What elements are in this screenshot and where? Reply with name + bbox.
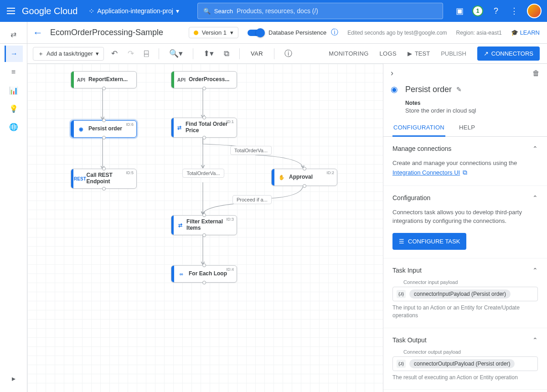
edge-condition-label[interactable]: Proceed if a...: [232, 195, 272, 204]
logo-text: Google Cloud: [22, 6, 77, 16]
search-input[interactable]: [237, 7, 437, 15]
details-info-icon[interactable]: ⓘ: [282, 46, 295, 61]
project-name: Application-integration-proj: [97, 7, 173, 15]
section-task-input: Task Input ⌃ Connector input payload {J}…: [383, 258, 547, 328]
redo-icon[interactable]: ↷: [125, 47, 137, 60]
edge-condition-label[interactable]: TotalOrderVa...: [230, 146, 272, 155]
dropdown-icon: ▾: [176, 7, 179, 15]
hamburger-menu-icon[interactable]: [5, 5, 16, 16]
variables-tab[interactable]: VAR: [247, 50, 267, 57]
dropdown-icon: ▾: [96, 50, 99, 57]
node-find-total-order-price[interactable]: ⇄ Find Total Order Price ID:1: [171, 118, 237, 138]
section-header[interactable]: Task Input ⌃: [392, 267, 538, 274]
user-avatar[interactable]: [527, 4, 542, 18]
section-title: Task Input: [392, 267, 422, 274]
search-icon: 🔍: [203, 8, 211, 15]
google-cloud-logo[interactable]: Google Cloud: [22, 6, 77, 16]
node-persist-order[interactable]: ◉ Persist order ID:6: [71, 120, 137, 138]
variable-chip[interactable]: connectorInputPayload (Persist order): [409, 289, 511, 299]
tab-configuration[interactable]: CONFIGURATION: [392, 119, 445, 137]
configure-task-button[interactable]: ☰ CONFIGURE TASK: [392, 233, 466, 250]
publish-button[interactable]: PUBLISH: [441, 50, 466, 57]
rail-keys-icon[interactable]: 💡: [5, 100, 23, 117]
tab-help[interactable]: HELP: [458, 119, 476, 136]
section-title: Task Output: [392, 336, 427, 344]
node-label: Persist order: [88, 126, 122, 132]
section-header[interactable]: Configuration ⌃: [392, 194, 538, 201]
section-header[interactable]: Task Output ⌃: [392, 336, 538, 344]
section-manage-connections: Manage connections ⌃ Create and manage y…: [383, 137, 547, 186]
notes-label: Notes: [405, 100, 538, 106]
node-call-rest-endpoint[interactable]: REST Call REST Endpoint ID:5: [71, 169, 137, 189]
node-id: ID:4: [226, 267, 234, 272]
chevron-up-icon: ⌃: [532, 194, 538, 201]
layout-icon[interactable]: ⌸: [141, 47, 151, 60]
zoom-icon[interactable]: 🔍▾: [166, 47, 186, 60]
approval-icon: ✋: [274, 175, 289, 181]
undo-icon[interactable]: ↶: [108, 47, 120, 60]
rail-analytics-icon[interactable]: 📊: [5, 82, 23, 98]
upload-icon[interactable]: ⬆▾: [201, 47, 217, 60]
canvas[interactable]: API ReportExtern... API OrderProcess... …: [27, 64, 383, 392]
notifications-badge[interactable]: 1: [472, 5, 483, 16]
loop-icon: ∞: [174, 271, 189, 277]
search-label: Search: [214, 8, 233, 15]
persistence-toggle[interactable]: [248, 30, 264, 36]
node-report-extern-trigger[interactable]: API ReportExtern...: [71, 71, 137, 88]
page-title: EcomOrderProcessing-Sample: [50, 28, 163, 37]
field-help: The input to an Action or an Entity for …: [392, 304, 538, 320]
edit-title-icon[interactable]: ✎: [456, 86, 462, 93]
help-icon[interactable]: ?: [490, 5, 501, 16]
rail-list-icon[interactable]: ≡: [5, 64, 23, 80]
dropdown-icon: ▾: [230, 29, 233, 36]
chevron-up-icon: ⌃: [532, 336, 538, 344]
rail-designer-icon[interactable]: →: [5, 46, 23, 62]
section-header[interactable]: Manage connections ⌃: [392, 145, 538, 152]
node-label: Find Total Order Price: [186, 121, 232, 134]
rail-globe-icon[interactable]: 🌐: [5, 119, 23, 135]
version-selector[interactable]: Version 1 ▾: [189, 27, 238, 38]
node-approval[interactable]: ✋ Approval ID:2: [271, 169, 337, 186]
datamap-icon: ⇄: [174, 125, 186, 131]
node-id: ID:3: [226, 217, 234, 222]
node-order-process-trigger[interactable]: API OrderProcess...: [171, 71, 237, 88]
monitoring-tab[interactable]: MONITORING: [329, 50, 368, 57]
input-payload-field[interactable]: {J} connectorInputPayload (Persist order…: [392, 287, 538, 301]
section-configuration: Configuration ⌃ Connectors task allows y…: [383, 186, 547, 259]
collapse-panel-icon[interactable]: ›: [391, 68, 393, 78]
rail-integration-icon[interactable]: ⇄: [5, 26, 23, 43]
node-filter-external-items[interactable]: ⇄ Filter External Items ID:3: [171, 215, 237, 235]
edge-condition-label[interactable]: TotalOrderVa...: [182, 169, 224, 178]
section-desc: Connectors task allows you to develop th…: [392, 209, 522, 225]
search-box[interactable]: 🔍 Search: [197, 3, 443, 19]
info-icon[interactable]: ⓘ: [331, 28, 338, 37]
back-arrow-icon[interactable]: ←: [33, 27, 43, 39]
api-icon: API: [74, 77, 88, 83]
top-header: Google Cloud ⁘ Application-integration-p…: [0, 0, 547, 22]
copy-icon[interactable]: ⧉: [221, 47, 232, 60]
node-label: Approval: [289, 174, 313, 181]
more-menu-icon[interactable]: ⋮: [509, 5, 520, 16]
rail-collapse-icon[interactable]: ▸: [5, 370, 23, 387]
section-desc: Create and manage your connections using…: [392, 160, 517, 166]
node-label: Filter External Items: [186, 219, 232, 232]
variable-chip[interactable]: connectorOutputPayload (Persist order): [409, 359, 515, 368]
test-button[interactable]: ▶ TEST: [408, 50, 430, 57]
learn-link[interactable]: 🎓 LEARN: [511, 29, 540, 36]
field-help: The result of executing an Action or Ent…: [392, 374, 538, 382]
add-task-button[interactable]: ＋ Add a task/trigger ▾: [33, 47, 104, 61]
output-payload-field[interactable]: {J} connectorOutputPayload (Persist orde…: [392, 356, 538, 371]
node-label: OrderProcess...: [189, 77, 229, 83]
connectors-button[interactable]: ↗ CONNECTORS: [477, 46, 540, 61]
cloud-shell-icon[interactable]: ▣: [454, 5, 465, 16]
connectors-ui-link[interactable]: Integration Connectors UI: [392, 169, 460, 176]
logs-tab[interactable]: LOGS: [380, 50, 397, 57]
version-status-dot: [194, 31, 198, 35]
project-icon: ⁘: [88, 7, 94, 15]
project-selector[interactable]: ⁘ Application-integration-proj ▾: [85, 5, 183, 17]
node-for-each-loop[interactable]: ∞ For Each Loop ID:4: [171, 265, 237, 283]
field-label: Connector input payload: [403, 279, 538, 285]
notes-text: Store the order in cloud sql: [405, 107, 538, 114]
json-icon: {J}: [397, 360, 406, 368]
delete-icon[interactable]: 🗑: [532, 69, 540, 77]
